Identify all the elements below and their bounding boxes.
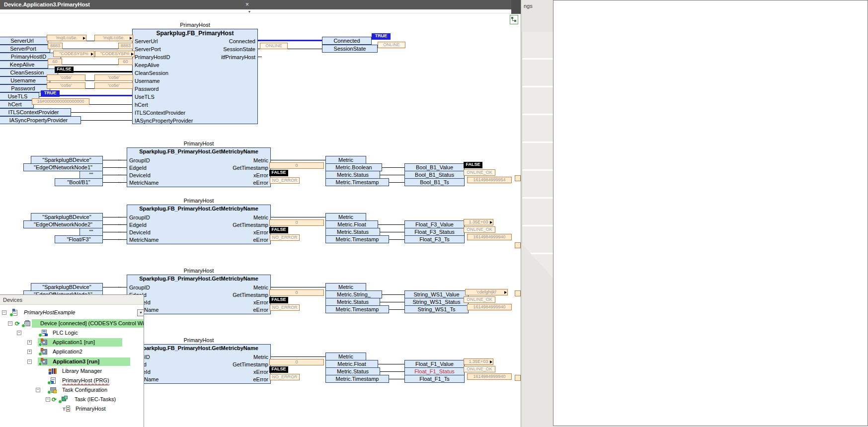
fbd-variable-box[interactable]: "EdgeOfNetworkNode2" [23, 220, 103, 228]
fbd-variable-box[interactable]: SessionState [322, 45, 378, 53]
fbd-value-badge: "CODESYSPri [53, 51, 94, 57]
close-icon[interactable]: × [245, 0, 249, 9]
fbd-variable-box[interactable]: Float_F3_Ts [404, 235, 465, 243]
collapse-icon[interactable]: − [2, 310, 6, 315]
devices-tree-item[interactable]: −PLC Logic [0, 329, 144, 337]
fbd-pin-label: eError [192, 376, 268, 383]
fbd-function-block[interactable]: Sparkplug.FB_PrimaryHost.GetMetricbyName… [127, 205, 271, 244]
fbd-variable-box[interactable]: Metric [325, 283, 366, 291]
devices-tree-item[interactable]: −⟳Task (IEC-Tasks) [0, 395, 144, 404]
fbd-instance-label: PrimaryHost [127, 268, 271, 274]
fbd-function-block[interactable]: Sparkplug.FB_PrimaryHostServerUrlServerP… [132, 29, 258, 124]
fbd-variable-box[interactable]: KeepAlive [0, 61, 48, 69]
network-view-icon[interactable] [510, 15, 518, 24]
fbd-value-badge: NO_ERROR [270, 234, 300, 241]
fbd-variable-box[interactable]: Connected [322, 37, 372, 45]
fbd-variable-box[interactable]: String_WS1_Ts [404, 305, 469, 313]
fbd-pin-label: Metric [192, 284, 268, 291]
expand-icon[interactable]: + [27, 340, 32, 345]
collapse-icon[interactable]: − [36, 388, 40, 392]
fbd-value-badge: 1614984999940 [467, 304, 512, 310]
devices-tree-item[interactable]: −PrimaryHostExample [0, 308, 144, 317]
collapse-icon[interactable]: − [27, 359, 32, 364]
fbd-variable-box[interactable]: ITLSContextProvider [0, 108, 71, 116]
fbd-variable-box[interactable]: IASyncPropertyProvider [0, 116, 81, 124]
fbd-value-badge: NO_ERROR [270, 177, 300, 184]
fbd-variable-box[interactable]: Username [0, 76, 50, 84]
collapse-icon[interactable]: − [46, 397, 50, 402]
fbd-variable-box[interactable]: ServerUrl [0, 37, 48, 45]
fbd-function-block[interactable]: Sparkplug.FB_PrimaryHost.GetMetricbyName… [127, 275, 271, 314]
fbd-variable-box[interactable]: Metric.Float [325, 220, 378, 228]
fbd-variable-box[interactable]: "SparkplugBDevice" [31, 283, 103, 291]
editor-title: Device.Application3.PrimaryHost [4, 1, 90, 7]
fbd-wire [103, 287, 127, 287]
run-status-dot [21, 324, 25, 328]
fbd-variable-box[interactable]: "SparkplugBDevice" [31, 213, 103, 221]
fbd-variable-box[interactable]: "SparkplugBDevice" [31, 156, 103, 164]
fbd-variable-box[interactable]: hCert [0, 100, 34, 108]
fbd-pin-label: IASyncPropertyProvider [135, 117, 193, 124]
fbd-variable-box[interactable]: Metric.Float [325, 360, 378, 368]
fbd-variable-box[interactable]: Bool_B1_Status [404, 171, 465, 179]
fbd-value-badge: FALSE [269, 227, 288, 233]
fbd-variable-box[interactable]: String_WS1_Status [404, 298, 469, 306]
fbd-variable-box[interactable]: "Float/F3" [55, 235, 103, 243]
devices-tree-item[interactable]: +Application2 [0, 348, 144, 356]
fbd-variable-box[interactable]: "" [79, 171, 103, 179]
tree-item-label: Task (IEC-Tasks) [75, 395, 116, 404]
fbd-variable-box[interactable]: Metric.Timestamp [325, 305, 389, 313]
fbd-variable-box[interactable]: Metric.Boolean [325, 163, 382, 171]
fbd-function-block[interactable]: Sparkplug.FB_PrimaryHost.GetMetricbyName… [127, 344, 271, 384]
fbd-variable-box[interactable]: Float_F1_Value [404, 360, 465, 368]
fbd-variable-box[interactable]: Metric.Status [325, 228, 380, 236]
fbd-value-badge: 1.35E+03 [464, 219, 493, 225]
fbd-variable-box[interactable]: "EdgeOfNetworkNode1" [23, 163, 103, 171]
fbd-variable-box[interactable]: Metric.Timestamp [325, 375, 389, 383]
fbd-variable-box[interactable]: Float_F3_Status [404, 228, 465, 236]
devices-tree-item[interactable]: Library Manager [0, 367, 144, 375]
fbd-pin-label: xError [192, 229, 268, 236]
fbd-variable-box[interactable]: ServerPort [0, 45, 50, 53]
run-status-dot [47, 390, 51, 394]
fbd-value-badge: 1614984999940 [467, 234, 512, 240]
fbd-pin-label: Metric [192, 157, 268, 164]
fbd-wire [71, 112, 132, 113]
fbd-variable-box[interactable]: "Bool/B1" [55, 178, 103, 186]
chevron-down-icon[interactable]: ▼ [137, 309, 144, 316]
fbd-variable-box[interactable]: String_WS1_Value [404, 290, 469, 298]
fbd-variable-box[interactable]: Metric.Timestamp [325, 178, 389, 186]
fbd-variable-box[interactable]: Float_F1_Ts [404, 375, 465, 383]
fbd-function-block[interactable]: Sparkplug.FB_PrimaryHost.GetMetricbyName… [127, 147, 271, 187]
collapse-icon[interactable]: − [17, 331, 21, 335]
fbd-variable-box[interactable]: Float_F1_Status [404, 367, 465, 375]
fbd-wire [103, 167, 127, 168]
fbd-variable-box[interactable]: Float_F3_Value [404, 220, 465, 228]
collapse-icon[interactable]: − [8, 321, 12, 326]
expand-icon[interactable]: + [27, 350, 32, 354]
fbd-variable-box[interactable]: "" [79, 228, 103, 236]
devices-tree-item[interactable]: −⟳Device [connected] (CODESYS Control Wi… [0, 319, 144, 328]
fbd-pin-label: xError [192, 299, 268, 306]
fbd-variable-box[interactable]: Metric.Status [325, 171, 380, 179]
fbd-pin-label: Connected [179, 38, 255, 45]
devices-tree-item[interactable]: −Application3 [run] [0, 357, 144, 366]
fbd-variable-box[interactable]: Metric.Timestamp [325, 235, 389, 243]
fbd-variable-box[interactable]: Metric [325, 156, 366, 164]
fbd-value-badge: ONLINE_OK [464, 226, 495, 233]
fbd-variable-box[interactable]: Metric.String_ [325, 290, 382, 298]
fbd-variable-box[interactable]: Metric.Status [325, 298, 380, 306]
devices-tree-item[interactable]: +Application1 [run] [0, 338, 144, 347]
devices-tree-item[interactable]: −Task Configuration [0, 386, 144, 394]
fbd-variable-box[interactable]: Bool_B1_Ts [404, 178, 465, 186]
fbd-value-badge: 8883 [118, 43, 133, 49]
bidirectional-pin-icon: ↔ [117, 236, 122, 241]
fbd-variable-box[interactable]: Metric.Status [325, 367, 380, 375]
fbd-variable-box[interactable]: Bool_B1_Value [404, 163, 465, 171]
fbd-variable-box[interactable]: Metric [325, 353, 366, 360]
fbd-variable-box[interactable]: Metric [325, 213, 366, 221]
devices-tree-item[interactable]: TPrimaryHost [0, 405, 144, 413]
fbd-instance-label: PrimaryHost [127, 337, 271, 343]
fbd-pin-label: UseTLS [135, 93, 155, 100]
devices-tree-item[interactable]: PrimaryHost (PRG) [0, 376, 144, 385]
